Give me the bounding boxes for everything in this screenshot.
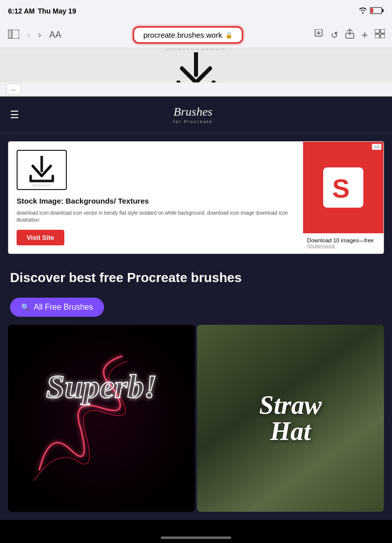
superb-art: Superb!: [8, 325, 195, 512]
add-tab-button[interactable]: +: [360, 28, 369, 43]
browser-actions: ↺ +: [313, 28, 386, 43]
shutterstock-watermark: shutterstock: [165, 48, 227, 52]
site-nav: ☰ Brushes for Procreate: [0, 97, 392, 133]
ad-title: Stock Image: Backgrounds/ Textures: [17, 196, 295, 206]
search-icon: 🔍: [21, 303, 30, 311]
website-content: ☰ Brushes for Procreate Ad shutterstock …: [0, 97, 392, 520]
download-arrow-large: [171, 52, 221, 82]
reload-button[interactable]: ↺: [330, 29, 339, 42]
battery-icon: [370, 7, 384, 16]
home-indicator: [161, 536, 231, 539]
ad-left: shutterstock Stock Image: Backgrounds/ T…: [9, 142, 303, 254]
ss-watermark-ad: shutterstock: [32, 184, 51, 187]
ad-logo: S: [303, 142, 383, 234]
hero-title: Discover best free Procreate brushes: [10, 270, 382, 286]
ad-right: S Download 10 images—free Shutterstock: [303, 142, 383, 254]
svg-rect-8: [380, 29, 385, 33]
wifi-icon: [359, 8, 367, 15]
shutterstock-logo: S: [323, 167, 363, 208]
svg-rect-9: [375, 34, 379, 38]
status-right: [359, 7, 384, 16]
visit-site-button[interactable]: Visit Site: [17, 230, 64, 245]
svg-rect-1: [382, 9, 384, 12]
ad-banner: Ad shutterstock Stock Image: Backgrounds…: [8, 141, 384, 254]
status-left: 6:12 AM Thu May 19: [8, 7, 76, 15]
tab-arrow-button[interactable]: [313, 28, 325, 42]
sidebar-button[interactable]: [6, 28, 21, 42]
scroll-up-button[interactable]: ︿: [6, 83, 21, 95]
url-bar-container: procreate.brushes.work 🔒: [67, 26, 309, 44]
straw-hat-text: StrawHat: [259, 392, 322, 444]
date: Thu May 19: [38, 7, 76, 15]
site-logo: Brushes for Procreate: [173, 105, 213, 125]
svg-rect-2: [371, 8, 373, 13]
forward-button[interactable]: ›: [36, 28, 43, 42]
hamburger-menu[interactable]: ☰: [10, 109, 19, 121]
all-free-label: All Free Brushes: [34, 303, 93, 312]
ad-image: shutterstock: [17, 150, 67, 190]
status-bar: 6:12 AM Thu May 19: [0, 0, 392, 22]
straw-hat-text-container: StrawHat: [259, 392, 322, 444]
ad-label: Ad: [372, 144, 381, 150]
ad-desc: download icon download icon vector in tr…: [17, 210, 295, 224]
url-text: procreate.brushes.work: [143, 31, 222, 39]
page-top-peek: shutterstock: [0, 48, 392, 82]
aa-label: AA: [49, 30, 61, 40]
filter-section: 🔍 All Free Brushes: [0, 292, 392, 323]
browser-chrome: ‹ › AA procreate.brushes.work 🔒 ↺ +: [0, 22, 392, 48]
arrow-container: shutterstock: [165, 48, 227, 82]
scroll-indicator: ︿: [0, 82, 392, 97]
svg-rect-10: [380, 34, 385, 38]
all-free-brushes-button[interactable]: 🔍 All Free Brushes: [10, 298, 104, 317]
superb-svg: Superb!: [8, 325, 195, 512]
site-logo-sub: for Procreate: [173, 119, 213, 125]
url-bar[interactable]: procreate.brushes.work 🔒: [133, 26, 243, 44]
svg-text:S: S: [332, 174, 350, 203]
svg-text:Superb!: Superb!: [46, 368, 157, 405]
brush-card-superb[interactable]: Superb!: [8, 325, 195, 512]
time: 6:12 AM: [8, 7, 35, 15]
svg-rect-7: [375, 29, 379, 33]
share-button[interactable]: [344, 28, 355, 42]
brush-card-straw[interactable]: StrawHat: [197, 325, 384, 512]
back-button[interactable]: ‹: [25, 28, 32, 42]
hero-section: Discover best free Procreate brushes: [0, 262, 392, 292]
svg-rect-4: [8, 30, 12, 39]
ad-right-text: Download 10 images—free Shutterstock: [303, 233, 383, 253]
aa-button[interactable]: AA: [47, 28, 63, 42]
lock-icon: 🔒: [225, 32, 233, 39]
tabs-grid-button[interactable]: [374, 28, 386, 42]
brush-grid: Superb! Stra: [0, 323, 392, 520]
